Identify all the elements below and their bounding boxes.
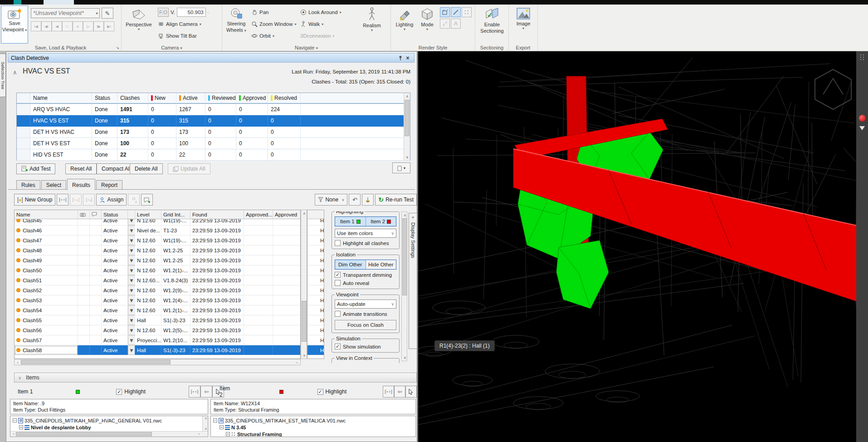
status-dropdown-button[interactable]: ▼ bbox=[128, 226, 135, 235]
align-camera-button[interactable]: Align Camera▾ bbox=[158, 19, 201, 29]
item1-back-button[interactable]: ⇦ bbox=[200, 386, 212, 398]
clash-result-row[interactable]: Clash55Active▼HallS1(-3)-2323:29:59 13-0… bbox=[15, 315, 300, 325]
display-settings-tab[interactable]: » Display Settings bbox=[409, 213, 417, 349]
status-dropdown-button[interactable]: ▼ bbox=[128, 335, 135, 345]
clash-result-row[interactable]: Clash51Active▼N 12.60...V1.8-24(3)23:29:… bbox=[15, 275, 300, 285]
clash-detective-titlebar[interactable]: Clash Detective × bbox=[8, 53, 414, 63]
results-vscrollbar[interactable]: ∧ ∨ bbox=[301, 210, 307, 359]
status-dropdown-button[interactable]: ▼ bbox=[128, 265, 135, 275]
item1-highlight-checkbox[interactable]: ✓ bbox=[116, 389, 122, 395]
group-selected-button[interactable]: [∘∘] bbox=[57, 194, 68, 206]
items-collapse-icon[interactable]: ∨ bbox=[18, 375, 21, 380]
clash-result-row[interactable]: Clash49Active▼N 12.60W1.2-2523:29:59 13-… bbox=[15, 255, 300, 265]
down-arrow-icon[interactable] bbox=[859, 126, 865, 130]
toolbar-grip-icon[interactable] bbox=[860, 54, 864, 60]
show-tilt-bar-button[interactable]: Show Tilt Bar bbox=[158, 31, 197, 41]
options-vscrollbar[interactable]: ∧ ∨ bbox=[401, 211, 407, 361]
look-around-button[interactable]: Look Around▾ bbox=[300, 7, 341, 17]
playback-button-0[interactable]: I◀ bbox=[31, 21, 41, 31]
pin-icon[interactable] bbox=[397, 54, 404, 62]
clash-result-row[interactable]: Clash46Active▼Nivel de...T1-2323:29:59 1… bbox=[15, 226, 300, 236]
reset-all-button[interactable]: Reset All bbox=[65, 163, 97, 174]
transparent-dimming-checkbox[interactable]: ✓ bbox=[335, 272, 341, 278]
expander-icon[interactable]: − bbox=[219, 425, 224, 429]
tree-node[interactable]: −335_CINEPOLIS_MITIKAH_EST_METALICA V01.… bbox=[212, 417, 414, 424]
item1-highlight-button[interactable]: Item 1 bbox=[335, 217, 366, 226]
status-dropdown-button[interactable]: ▼ bbox=[128, 345, 135, 355]
enable-sectioning-button[interactable]: ✓ Enable Sectioning bbox=[477, 5, 507, 44]
auto-reveal-checkbox[interactable] bbox=[335, 280, 341, 286]
tab-results[interactable]: Results bbox=[67, 179, 95, 190]
viewport-3d[interactable]: R1(4)-23(2) : Hall (1) bbox=[417, 51, 868, 442]
test-row[interactable]: DET H VS HVACDone1730173000 bbox=[17, 127, 410, 138]
item2-select-button[interactable]: [∘∘] bbox=[383, 386, 394, 398]
tab-select[interactable]: Select bbox=[41, 180, 66, 190]
expander-icon[interactable]: − bbox=[226, 432, 230, 436]
steering-wheels-button[interactable]: Steering Wheels ▾ bbox=[224, 5, 249, 44]
playback-button-4[interactable]: II bbox=[73, 21, 83, 31]
status-dropdown-button[interactable]: ▼ bbox=[128, 305, 135, 315]
selection-tree-tab[interactable]: Selection Tree bbox=[0, 54, 6, 97]
add-comment-button[interactable] bbox=[141, 194, 153, 206]
clash-result-row[interactable]: Clash54Active▼N 12.60W1.2(1)-...23:29:59… bbox=[15, 305, 300, 315]
tree-node[interactable]: −Structural Framing bbox=[212, 431, 414, 437]
fov-spinner[interactable]: ◦ bbox=[208, 11, 209, 14]
tree-node[interactable]: −N 3.45 bbox=[212, 424, 414, 431]
rerun-test-button[interactable]: ↻ Re-run Test bbox=[375, 194, 417, 206]
clash-result-row[interactable]: Clash57Active▼Proyecci...W1.2(10...23:29… bbox=[15, 335, 300, 345]
clash-result-row[interactable]: Clash45Active▼N 12.60W1(19)-...23:29:59 … bbox=[15, 219, 300, 226]
status-dropdown-button[interactable]: ▼ bbox=[128, 275, 135, 285]
perspective-button[interactable]: Perspective ▾ bbox=[124, 5, 153, 44]
tests-table-vscrollbar[interactable]: ∧ ∨ bbox=[404, 93, 410, 160]
expand-toggle[interactable]: ⤢ bbox=[440, 19, 450, 29]
item1-select-button[interactable]: [∘∘] bbox=[189, 386, 200, 398]
text-toggle[interactable]: A bbox=[451, 19, 461, 29]
clash-result-row[interactable]: Clash52Active▼N 12.60W1.2(9)-...23:29:59… bbox=[15, 285, 300, 295]
clash-result-row[interactable]: Clash50Active▼N 12.60W1.2(1)-...23:29:59… bbox=[15, 265, 300, 275]
collapse-chevron-icon[interactable]: ∧ bbox=[13, 69, 17, 76]
viewpoint-combo[interactable]: *Unsaved Viewpoint* ▾ bbox=[31, 8, 100, 18]
test-row[interactable]: HID VS ESTDone22022000 bbox=[17, 149, 410, 161]
realism-button[interactable]: Realism ▾ bbox=[359, 5, 385, 44]
item2-cursor-button[interactable] bbox=[405, 386, 417, 398]
close-icon[interactable]: × bbox=[404, 54, 411, 62]
items-section-header[interactable]: ∨ Items bbox=[14, 373, 417, 383]
playback-button-1[interactable]: ◀I bbox=[41, 21, 52, 31]
undo-button[interactable]: ↶ bbox=[349, 194, 361, 206]
navigation-sphere-icon[interactable] bbox=[859, 115, 866, 122]
highlight-all-clashes-checkbox[interactable] bbox=[335, 240, 341, 246]
fov-field[interactable]: F.O V. 50.903 ◦ bbox=[158, 7, 209, 17]
playback-button-5[interactable]: ▷ bbox=[83, 21, 93, 31]
animate-transitions-checkbox[interactable] bbox=[335, 311, 341, 317]
add-test-button[interactable]: Add Test bbox=[16, 163, 55, 174]
dim-other-button[interactable]: Dim Other bbox=[335, 260, 366, 269]
tree-node[interactable]: −Nivel de desplante Lobby bbox=[11, 424, 201, 431]
focus-on-clash-button[interactable]: Focus on Clash bbox=[335, 320, 396, 330]
update-all-button[interactable]: Update All bbox=[168, 163, 210, 174]
pan-button[interactable]: Pan bbox=[251, 7, 268, 17]
playback-button-3[interactable]: □ bbox=[62, 21, 73, 31]
mode-button[interactable]: Mode ▾ bbox=[417, 5, 437, 44]
compact-view-button[interactable] bbox=[362, 194, 374, 206]
clash-result-row[interactable]: Clash53Active▼N 12.60W1.2(4)-...23:29:59… bbox=[15, 295, 300, 305]
points-toggle[interactable] bbox=[462, 7, 472, 17]
viewpoint-auto-update-dropdown[interactable]: Auto-update∨ bbox=[335, 300, 396, 309]
playback-button-7[interactable]: ▶I bbox=[104, 21, 114, 31]
export-report-button[interactable]: ▾ bbox=[392, 162, 410, 173]
orbit-button[interactable]: Orbit▾ bbox=[251, 31, 274, 41]
dialog-launcher-icon[interactable]: ↘ bbox=[116, 45, 119, 50]
status-dropdown-button[interactable]: ▼ bbox=[128, 285, 135, 295]
expander-icon[interactable]: − bbox=[13, 418, 17, 422]
delete-all-button[interactable]: Delete All bbox=[130, 163, 163, 174]
fov-value[interactable]: 50.903 bbox=[177, 8, 206, 17]
tree-node[interactable]: −335_CINEPOLIS_MITIKAH_MEP_HVAC_GENERAL … bbox=[11, 417, 201, 424]
assign-button[interactable]: Assign bbox=[96, 194, 127, 206]
line-toggle[interactable] bbox=[451, 7, 461, 17]
status-dropdown-button[interactable]: ▼ bbox=[128, 325, 135, 335]
unassign-button[interactable] bbox=[128, 194, 140, 206]
item2-back-button[interactable]: ⇦ bbox=[394, 386, 405, 398]
item2-highlight-button[interactable]: Item 2 bbox=[366, 217, 396, 226]
playback-button-6[interactable]: I▶ bbox=[93, 21, 104, 31]
zoom-window-button[interactable]: Zoom Window▾ bbox=[251, 19, 297, 29]
wireframe-toggle[interactable] bbox=[440, 7, 450, 17]
